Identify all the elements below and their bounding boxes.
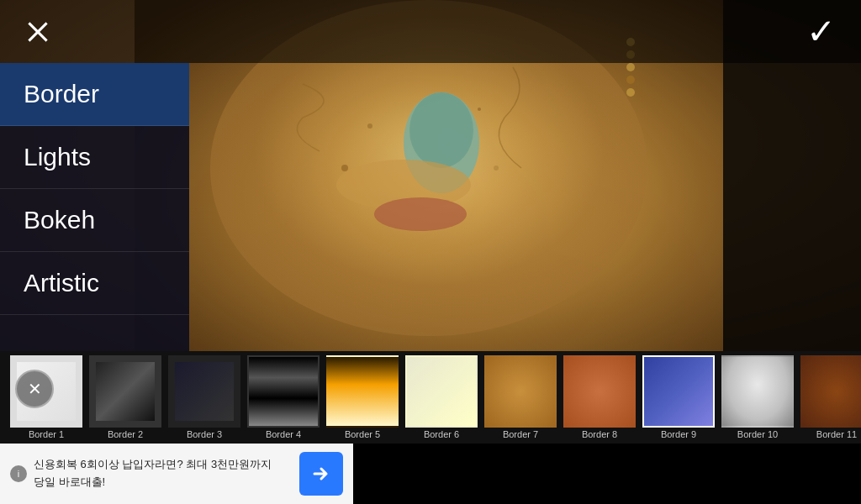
thumbnail-label: Border 3 [187, 429, 222, 439]
thumbnail-strip[interactable]: Border 1Border 2Border 3Border 4Border 5… [0, 351, 861, 444]
thumbnail-item[interactable]: Border 2 [87, 355, 163, 439]
thumbnail-image [405, 355, 478, 428]
thumbnail-label: Border 10 [737, 429, 778, 439]
svg-point-8 [341, 165, 348, 171]
thumbnail-item[interactable]: Border 10 [720, 355, 795, 439]
arrow-right-icon [309, 462, 333, 486]
thumbnail-label: Border 6 [424, 429, 459, 439]
thumbnail-label: Border 11 [816, 429, 857, 439]
ad-banner: i 신용회복 6회이상 납입자라면? 최대 3천만원까지 당일 바로대출! [0, 444, 353, 504]
border-label: Border [24, 80, 99, 108]
circle-close-button[interactable]: ✕ [15, 370, 54, 408]
thumbnail-image [89, 355, 161, 428]
thumbnail-image [484, 355, 557, 428]
thumbnail-image [168, 355, 240, 428]
svg-point-9 [494, 165, 499, 171]
svg-point-7 [478, 108, 481, 111]
thumbnail-item[interactable]: Border 8 [562, 355, 637, 439]
topbar: ✓ [0, 0, 861, 63]
thumbnail-item[interactable]: Border 7 [483, 355, 558, 439]
svg-point-6 [367, 123, 372, 129]
svg-point-12 [626, 63, 635, 71]
thumbnail-label: Border 7 [503, 429, 538, 439]
thumbnail-image [642, 355, 715, 428]
close-button[interactable] [17, 11, 59, 53]
thumbnail-label: Border 2 [108, 429, 143, 439]
ad-text-line2: 당일 바로대출! [34, 475, 105, 488]
thumbnail-image [247, 355, 320, 428]
artistic-label: Artistic [24, 269, 99, 297]
thumbnail-item[interactable]: Border 4 [246, 355, 321, 439]
svg-point-14 [626, 88, 635, 97]
thumbnail-label: Border 1 [29, 429, 64, 439]
svg-point-5 [374, 197, 467, 231]
thumbnail-image [563, 355, 636, 428]
thumbnail-image [721, 355, 794, 428]
svg-point-13 [626, 76, 635, 84]
thumbnail-item[interactable]: Border 5 [325, 355, 400, 439]
thumbnail-label: Border 5 [345, 429, 380, 439]
sidebar-item-bokeh[interactable]: Bokeh [0, 189, 189, 252]
thumbnail-image [800, 355, 861, 428]
thumbnail-image [326, 355, 399, 428]
thumbnail-label: Border 4 [266, 429, 301, 439]
thumbnail-label: Border 8 [582, 429, 617, 439]
confirm-button[interactable]: ✓ [798, 3, 844, 60]
ad-arrow-button[interactable] [299, 452, 343, 496]
lights-label: Lights [24, 143, 91, 171]
sidebar-item-lights[interactable]: Lights [0, 126, 189, 189]
thumbnail-item[interactable]: Border 6 [404, 355, 479, 439]
ad-text: 신용회복 6회이상 납입자라면? 최대 3천만원까지 당일 바로대출! [34, 456, 293, 491]
ad-text-line1: 신용회복 6회이상 납입자라면? 최대 3천만원까지 [34, 458, 272, 470]
sidebar-item-artistic[interactable]: Artistic [0, 252, 189, 315]
ad-info-icon: i [10, 465, 27, 482]
sidebar-item-border[interactable]: Border [0, 63, 189, 126]
bokeh-label: Bokeh [24, 206, 95, 234]
thumbnail-item[interactable]: Border 3 [166, 355, 242, 439]
thumbnail-label: Border 9 [661, 429, 696, 439]
confirm-icon: ✓ [806, 11, 836, 52]
thumbnail-item[interactable]: Border 9 [641, 355, 716, 439]
sidebar: Border Lights Bokeh Artistic [0, 63, 189, 353]
thumbnail-item[interactable]: Border 11 [799, 355, 861, 439]
circle-close-icon: ✕ [28, 379, 42, 399]
svg-point-3 [409, 92, 473, 168]
close-icon [25, 19, 50, 45]
